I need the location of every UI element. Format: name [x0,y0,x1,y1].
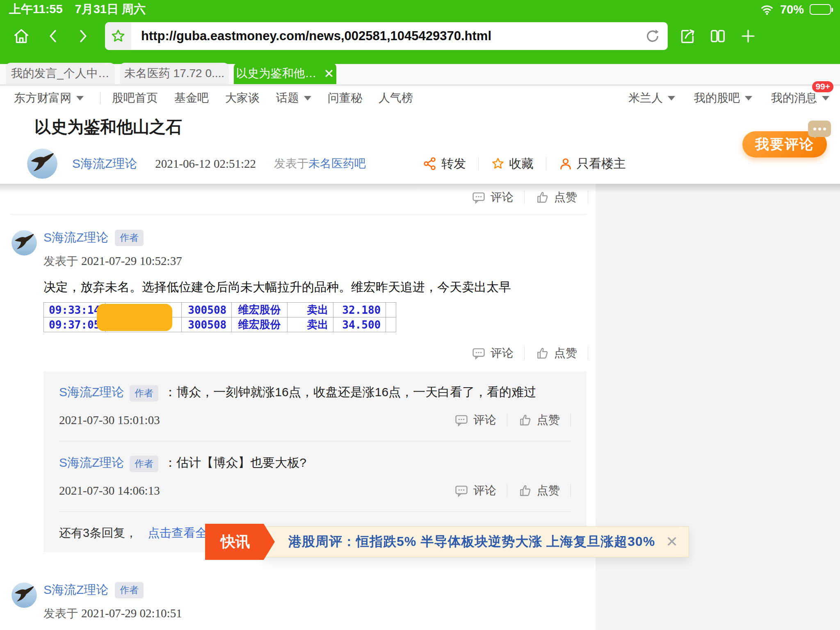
divider [507,413,507,427]
refresh-button[interactable] [644,27,668,45]
nav-talk[interactable]: 大家谈 [225,90,260,106]
nav-my-guba[interactable]: 我的股吧 [694,90,752,106]
board-link[interactable]: 未名医药吧 [308,156,366,171]
comment-bubble-icon [454,413,468,427]
nav-brand[interactable]: 东方财富网 [14,90,84,106]
author-badge: 作者 [115,230,144,246]
tab-stock[interactable]: 未名医药 17.72 0.... [120,63,229,84]
reply-time: 2021-07-30 14:06:13 [59,484,454,498]
author-only-action[interactable]: 只看楼主 [559,155,626,172]
person-icon [559,157,573,171]
home-button[interactable] [11,26,31,46]
second-post: S海流Z理论 作者 发表于2021-07-29 02:10:51 尽管最早我就提… [0,567,596,630]
right-panel [596,184,840,630]
comment-link[interactable]: 评论 [472,345,514,361]
speech-bubble-icon [808,121,831,137]
divider [546,157,546,170]
reply-actions-row: 评论 点赞 [454,412,571,428]
url-text[interactable]: http://guba.eastmoney.com/news,002581,10… [131,29,644,43]
tabs-button[interactable] [708,26,728,46]
close-icon[interactable]: ✕ [666,533,678,550]
post-text: 决定，放弃未名。选择低位建仓后尚未大幅拉升的品种。维宏昨天追进，今天卖出太早 [43,279,596,296]
reply-time: 2021-07-30 15:01:03 [59,413,454,427]
nav-guba-home[interactable]: 股吧首页 [112,90,158,106]
comment-bubble-icon [454,484,468,498]
bookmark-star-icon[interactable] [105,22,131,50]
status-bar: 上午11:55 7月31日 周六 70% [0,0,840,19]
brand-label: 东方财富网 [14,90,71,106]
chevron-down-icon [76,96,84,100]
flash-tag: 快讯 [205,524,275,560]
divider [507,484,507,497]
divider [571,484,571,497]
chevron-down-icon [822,96,829,100]
wifi-icon [760,3,774,16]
avatar[interactable] [11,230,37,256]
post-actions-row: 评论 点赞 [43,345,588,361]
comment-link[interactable]: 评论 [454,483,496,498]
author-name[interactable]: S海流Z理论 [43,582,108,598]
nav-username[interactable]: 米兰人 [628,90,675,106]
star-icon [491,157,505,171]
share-action[interactable]: 转发 [423,155,466,172]
comment-link[interactable]: 评论 [454,412,496,428]
avatar[interactable] [27,148,57,179]
page-content: 评论 点赞 S海流Z理论 作者 [0,184,840,630]
divider [59,511,571,512]
message-count-badge: 99+ [812,81,833,92]
post-date: 发表于2021-07-29 10:52:37 [43,253,596,269]
posted-in-prefix: 发表于 [274,156,308,171]
tab-my-posts[interactable]: 我的发言_个人中… [6,63,115,84]
comment-post: S海流Z理论 作者 发表于2021-07-29 10:52:37 决定，放弃未名… [0,215,596,552]
author-name[interactable]: S海流Z理论 [43,229,108,246]
page-title: 以史为鉴和他山之石 [34,116,182,138]
post-time: 2021-06-12 02:51:22 [155,157,256,171]
author-badge: 作者 [115,582,144,598]
trade-table: 09:33:14 300508 维宏股份 卖出 32.180 09:37:05 … [43,302,396,332]
close-tab-icon[interactable]: ✕ [324,66,334,81]
share-icon [423,157,437,171]
url-bar[interactable]: http://guba.eastmoney.com/news,002581,10… [105,22,668,50]
status-date: 7月31日 周六 [75,1,146,18]
avatar[interactable] [11,582,37,608]
reply: S海流Z理论 作者 ：博众，一刻钟就涨16点，收盘还是涨16点，一天白看了，看的… [59,384,571,428]
post-header: 以史为鉴和他山之石 S海流Z理论 2021-06-12 02:51:22 发表于… [0,110,840,184]
like-link[interactable]: 点赞 [535,345,577,361]
divider [571,413,571,427]
tab-current[interactable]: 以史为鉴和他… ✕ [234,63,336,84]
like-link[interactable]: 点赞 [518,412,560,428]
more-replies-label: 还有3条回复， [59,525,137,541]
reply-text: ：博众，一刻钟就涨16点，收盘还是涨16点，一天白看了，看的难过 [164,384,536,401]
comment-button[interactable]: 我要评论 [742,131,827,158]
favorite-action[interactable]: 收藏 [491,155,534,172]
nav-topics[interactable]: 话题 [276,90,311,106]
author-badge: 作者 [130,385,158,402]
status-time: 上午11:55 [9,1,63,18]
nav-popularity[interactable]: 人气榜 [379,90,413,106]
tab-label: 未名医药 17.72 0.... [124,66,224,81]
tab-strip: 我的发言_个人中… 未名医药 17.72 0.... 以史为鉴和他… ✕ [0,53,840,86]
new-tab-button[interactable] [738,26,758,46]
battery-percent: 70% [780,3,804,16]
tab-label: 我的发言_个人中… [11,66,110,81]
nav-fund[interactable]: 基金吧 [174,90,209,106]
reply: S海流Z理论 作者 ：估计【博众】也要大板? 2021-07-30 14:06:… [59,454,571,498]
author-name[interactable]: S海流Z理论 [59,384,124,401]
author-name[interactable]: S海流Z理论 [59,454,124,471]
divider [588,347,588,360]
flash-headline-link[interactable]: 港股周评：恒指跌5% 半导体板块逆势大涨 上海复旦涨超30% [288,533,655,551]
like-link[interactable]: 点赞 [518,483,560,498]
chevron-down-icon [304,96,311,100]
chevron-down-icon [745,96,752,100]
back-button[interactable] [43,26,63,46]
author-name[interactable]: S海流Z理论 [72,155,137,172]
thumbs-up-icon [518,413,532,427]
author-badge: 作者 [130,456,158,472]
share-button[interactable] [678,26,697,46]
comment-button-label: 我要评论 [755,135,814,154]
forward-button[interactable] [73,26,93,46]
browser-toolbar: http://guba.eastmoney.com/news,002581,10… [0,19,840,53]
nav-my-messages[interactable]: 我的消息 99+ [771,90,829,106]
nav-ask-secretary[interactable]: 问董秘 [328,90,362,106]
redaction-blob [97,304,172,331]
